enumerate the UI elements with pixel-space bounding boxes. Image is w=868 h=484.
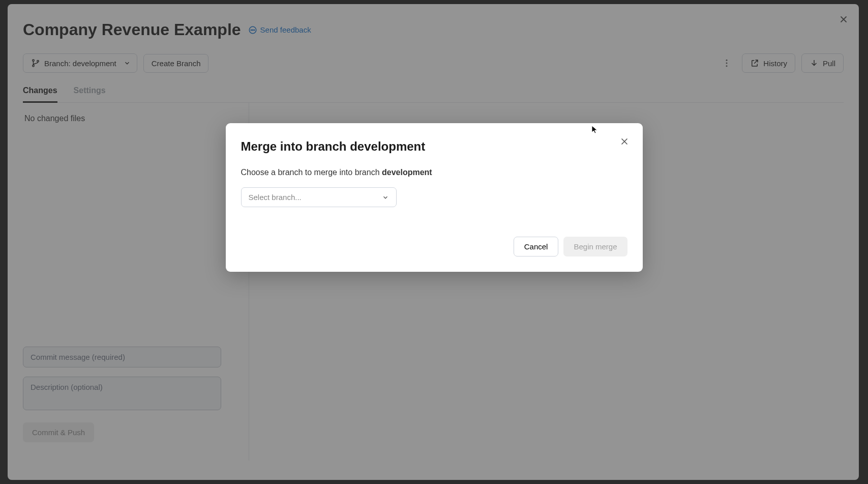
close-icon bbox=[619, 136, 630, 147]
modal-overlay[interactable]: Merge into branch development Choose a b… bbox=[0, 0, 868, 484]
modal-footer: Cancel Begin merge bbox=[241, 237, 627, 257]
begin-merge-button[interactable]: Begin merge bbox=[563, 237, 627, 257]
modal-title: Merge into branch development bbox=[241, 139, 627, 154]
branch-select-dropdown[interactable]: Select branch... bbox=[241, 187, 397, 207]
modal-desc-prefix: Choose a branch to merge into branch bbox=[241, 168, 382, 177]
cancel-button[interactable]: Cancel bbox=[514, 237, 559, 257]
select-placeholder: Select branch... bbox=[249, 193, 302, 202]
merge-modal: Merge into branch development Choose a b… bbox=[226, 123, 643, 272]
modal-description: Choose a branch to merge into branch dev… bbox=[241, 168, 627, 177]
chevron-down-icon bbox=[382, 194, 389, 201]
modal-close-button[interactable] bbox=[619, 136, 630, 147]
modal-desc-branch: development bbox=[382, 168, 432, 177]
